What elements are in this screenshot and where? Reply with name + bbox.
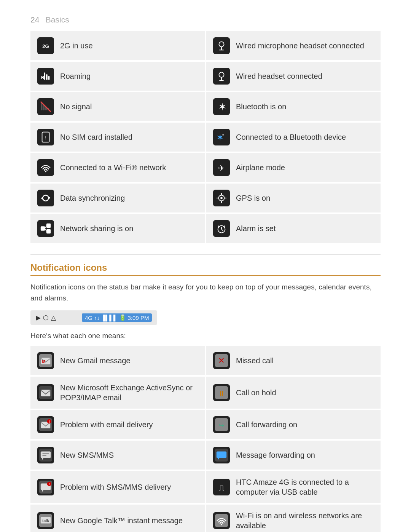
svg-text:!: !	[45, 136, 46, 140]
notif-label-call-forward: Call forwarding on	[236, 420, 297, 430]
notif-icon-row-exchange: New Microsoft Exchange ActiveSync or POP…	[30, 377, 205, 409]
status-icon-row-alarm: Alarm is set	[206, 214, 381, 243]
notif-label-gtalk: New Google Talk™ instant message	[60, 516, 183, 526]
status-icon-row-wired-headset: Wired headset connected	[206, 62, 381, 91]
notif-label-sms: New SMS/MMS	[60, 450, 114, 460]
notif-icon-sms	[37, 447, 54, 463]
notif-icon-gtalk: talk	[37, 512, 54, 529]
status-icon-wifi	[37, 159, 54, 176]
status-label-no-signal: No signal	[60, 102, 92, 112]
page-section: Basics	[46, 15, 69, 24]
notif-icon-row-sms-problem: !Problem with SMS/MMS delivery	[30, 471, 205, 503]
svg-text:✕: ✕	[218, 356, 225, 365]
svg-rect-8	[44, 73, 45, 80]
svg-text:✶: ✶	[219, 102, 226, 111]
notification-icons-grid: MNew Gmail message✕Missed callNew Micros…	[30, 346, 381, 532]
status-icon-row-wifi: Connected to a Wi-Fi® network	[30, 153, 205, 182]
status-bar-time: 3:09 PM	[128, 315, 149, 321]
status-icon-network-sharing	[37, 220, 54, 237]
notif-icon-row-usb: ⎍HTC Amaze 4G is connected to a computer…	[206, 471, 381, 503]
notif-label-msg-forward: Message forwarding on	[236, 450, 315, 460]
status-icon-row-data-sync: Data synchronizing	[30, 184, 205, 212]
notif-label-exchange: New Microsoft Exchange ActiveSync or POP…	[60, 383, 198, 403]
svg-text:⎍: ⎍	[219, 483, 224, 492]
svg-rect-76	[217, 452, 226, 458]
notif-icon-row-call-hold: ⏸Call on hold	[206, 377, 381, 409]
notif-icon-sms-problem: !	[37, 479, 54, 495]
svg-rect-61	[41, 390, 51, 396]
svg-text:!: !	[49, 482, 50, 486]
status-label-data-sync: Data synchronizing	[60, 193, 125, 203]
notif-label-sms-problem: Problem with SMS/MMS delivery	[60, 482, 171, 492]
status-icon-wired-mic	[213, 37, 230, 54]
status-icons-grid: 2G2G in useWired microphone headset conn…	[30, 31, 381, 243]
status-label-network-sharing: Network sharing is on	[60, 224, 133, 233]
page-number: 24	[30, 15, 39, 24]
svg-rect-45	[46, 224, 51, 228]
status-icon-no-signal	[37, 98, 54, 115]
notif-icon-missed-call: ✕	[213, 352, 230, 369]
notif-label-gmail: New Gmail message	[60, 356, 131, 366]
svg-text:!: !	[49, 419, 50, 423]
status-icon-2g: 2G	[37, 37, 54, 54]
notif-label-wifi-available: Wi-Fi is on and wireless networks are av…	[236, 511, 374, 530]
status-label-bt-connected: Connected to a Bluetooth device	[236, 132, 346, 142]
status-icon-row-2g: 2G2G in use	[30, 31, 205, 60]
status-label-no-sim: No SIM card installed	[60, 132, 132, 142]
svg-text:⏸: ⏸	[218, 389, 225, 397]
page-header: 24 Basics	[30, 15, 381, 24]
status-bar-example: ▶ ⬡ △ 4G ↑↓ ▐▌▌▌ 🔋 3:09 PM	[30, 310, 157, 325]
status-icon-row-gps: GPS is on	[206, 184, 381, 212]
status-label-roaming: Roaming	[60, 71, 91, 81]
notif-icon-row-call-forward: ↪Call forwarding on	[206, 410, 381, 439]
status-label-alarm: Alarm is set	[236, 224, 276, 233]
svg-point-30	[45, 171, 46, 173]
notif-icon-row-sms: New SMS/MMS	[30, 441, 205, 470]
status-label-2g: 2G in use	[60, 41, 93, 51]
notif-icon-row-gtalk: talkNew Google Talk™ instant message	[30, 505, 205, 532]
status-icon-alarm	[213, 220, 230, 237]
notif-icon-row-missed-call: ✕Missed call	[206, 346, 381, 375]
notif-label-call-hold: Call on hold	[236, 388, 276, 398]
svg-text:↪: ↪	[219, 422, 224, 429]
svg-rect-10	[48, 76, 50, 80]
status-label-wired-headset: Wired headset connected	[236, 71, 322, 81]
status-icon-roaming: R	[37, 68, 54, 85]
notif-icon-usb: ⎍	[213, 479, 230, 495]
status-label-airplane: Airplane mode	[236, 163, 285, 173]
status-icon-row-airplane: ✈Airplane mode	[206, 153, 381, 182]
notif-icon-row-wifi-available: Wi-Fi is on and wireless networks are av…	[206, 505, 381, 532]
notif-icon-row-email-problem: !Problem with email delivery	[30, 410, 205, 439]
status-icon-row-roaming: RRoaming	[30, 62, 205, 91]
notification-section: Notification icons Notification icons on…	[30, 254, 381, 532]
svg-rect-44	[41, 226, 45, 230]
notif-label-email-problem: Problem with email delivery	[60, 420, 153, 430]
notif-icon-exchange	[37, 384, 54, 401]
status-icon-no-sim: !	[37, 129, 54, 145]
notification-desc: Notification icons on the status bar mak…	[30, 282, 381, 304]
status-icon-row-bt-connected: ✶*Connected to a Bluetooth device	[206, 123, 381, 152]
svg-point-89	[221, 524, 222, 526]
svg-text:talk: talk	[42, 519, 49, 523]
status-icon-airplane: ✈	[213, 159, 230, 176]
notif-icon-msg-forward	[213, 447, 230, 463]
notif-icon-call-forward: ↪	[213, 416, 230, 433]
notification-title: Notification icons	[30, 262, 381, 276]
notif-icon-email-problem: !	[37, 416, 54, 433]
status-icon-bt-connected: ✶*	[213, 129, 230, 145]
svg-text:2G: 2G	[42, 43, 49, 49]
status-icon-data-sync	[37, 190, 54, 206]
status-label-gps: GPS is on	[236, 193, 270, 203]
status-icon-row-network-sharing: Network sharing is on	[30, 214, 205, 243]
status-icon-row-bluetooth-on: ✶Bluetooth is on	[206, 92, 381, 121]
status-icon-gps	[213, 190, 230, 206]
heres-text: Here's what each one means:	[30, 332, 381, 340]
status-icon-bluetooth-on: ✶	[213, 98, 230, 115]
status-icon-row-no-sim: !No SIM card installed	[30, 123, 205, 152]
notif-icon-wifi-available	[213, 512, 230, 529]
svg-text:*: *	[222, 133, 224, 138]
status-label-bluetooth-on: Bluetooth is on	[236, 102, 286, 112]
notif-icon-row-gmail: MNew Gmail message	[30, 346, 205, 375]
notif-icon-call-hold: ⏸	[213, 384, 230, 401]
svg-rect-9	[46, 74, 48, 80]
